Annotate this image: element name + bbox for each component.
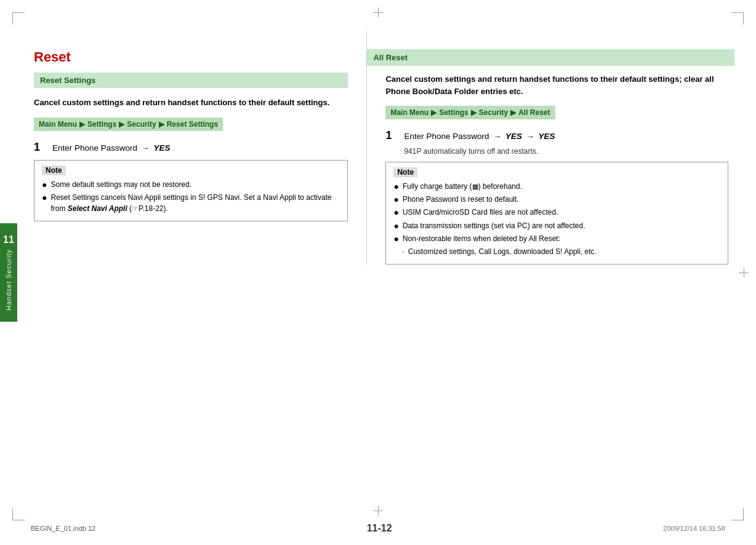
nav-reset-settings: Reset Settings [167,120,218,129]
all-reset-note-item-6: · Customized settings, Call Logs, downlo… [393,246,720,257]
note-item-1: ● Some default settings may not be resto… [42,179,340,190]
step-yes: YES [154,143,171,153]
chapter-label: Handset Security [5,249,12,311]
nav-r-arrow-3: ▶ [510,108,516,117]
left-column: Reset Reset Settings Cancel custom setti… [34,31,367,265]
r-bullet-2: ● [393,194,398,205]
r-sub-bullet: · [402,246,404,257]
page-footer: BEGIN_E_01.indb 12 11-12 2009/12/14 16:3… [0,523,756,534]
note-item-2-text: Reset Settings cancels Navi Appli settin… [50,192,340,214]
all-reset-nav: Main Menu ▶ Settings ▶ Security ▶ All Re… [385,106,555,119]
reset-step-1: 1 Enter Phone Password → YES [34,141,348,154]
chapter-number: 11 [3,234,14,245]
step-arrow: → [142,143,150,153]
battery-icon: ▦ [472,181,478,192]
nav-r-main-menu: Main Menu [390,108,428,117]
step-1-text: Enter Phone Password → YES [52,143,171,153]
r-bullet-5: ● [393,233,398,244]
r-bullet-1: ● [393,181,398,192]
nav-security: Security [127,120,156,129]
r-step-yes1: YES [505,132,522,141]
reset-settings-label: Reset Settings [40,76,95,85]
all-reset-note-item-2: ● Phone Password is reset to default. [393,194,720,205]
main-content: Reset Reset Settings Cancel custom setti… [0,0,756,301]
reset-settings-header: Reset Settings [34,73,348,88]
footer-date: 2009/12/14 16:31:58 [663,525,725,532]
r-note-text-2: Phone Password is reset to default. [403,194,519,205]
r-note-text-1: Fully charge battery (▦) beforehand. [403,181,522,192]
nav-settings: Settings [87,120,116,129]
corner-mark-tl [12,12,25,25]
r-bullet-4: ● [393,220,398,231]
nav-r-arrow-2: ▶ [471,108,477,117]
r-note-text-3: USIM Card/microSD Card files are not aff… [403,207,558,218]
all-reset-note-item-5: ● Non-restorable items when deleted by A… [393,233,720,244]
bullet-icon-2: ● [42,192,47,203]
r-bullet-3: ● [393,207,398,218]
all-reset-header: All Reset [367,49,734,66]
nav-r-settings: Settings [439,108,468,117]
corner-mark-br [731,508,744,520]
step-number-1: 1 [34,141,46,154]
all-reset-note-item-4: ● Data transmission settings (set via PC… [393,220,720,231]
nav-arrow-3: ▶ [159,120,164,129]
nav-r-security: Security [479,108,508,117]
crosshair-bottom [373,506,383,515]
note-item-2: ● Reset Settings cancels Navi Appli sett… [42,192,340,214]
corner-mark-tr [731,12,744,25]
nav-r-all-reset: All Reset [518,108,550,117]
r-note-text-4: Data transmission settings (set via PC) … [403,220,585,231]
r-step-arrow-2: → [526,132,534,141]
chapter-sidebar: 11 Handset Security [0,223,17,322]
all-reset-note-label: Note [393,167,417,177]
nav-main-menu: Main Menu [39,120,77,129]
corner-mark-bl [12,508,25,520]
nav-arrow-1: ▶ [79,120,85,129]
all-reset-body: Cancel custom settings and return handse… [385,73,728,97]
nav-arrow-2: ▶ [119,120,124,129]
all-reset-note-item-3: ● USIM Card/microSD Card files are not a… [393,207,720,218]
bullet-icon-1: ● [42,179,47,190]
r-step-arrow-1: → [493,132,501,141]
nav-r-arrow-1: ▶ [431,108,436,117]
reset-settings-nav: Main Menu ▶ Settings ▶ Security ▶ Reset … [34,117,223,131]
reset-title: Reset [34,49,348,65]
r-note-text-6: Customized settings, Call Logs, download… [408,246,597,257]
all-reset-step-text: Enter Phone Password → YES → YES [404,132,555,141]
all-reset-step-number: 1 [385,129,398,142]
page-number: 11-12 [367,523,392,534]
all-reset-step-1: 1 Enter Phone Password → YES → YES [385,129,728,142]
reset-note-box: Note ● Some default settings may not be … [34,160,348,221]
all-reset-step-subtext: 941P automatically turns off and restart… [404,147,728,156]
note-item-1-text: Some default settings may not be restore… [50,179,191,190]
all-reset-label: All Reset [373,53,408,62]
right-column: All Reset Cancel custom settings and ret… [367,31,728,265]
crosshair-top [373,7,383,17]
all-reset-note-item-1: ● Fully charge battery (▦) beforehand. [393,181,720,192]
r-step-yes2: YES [539,132,555,141]
r-note-text-5: Non-restorable items when deleted by All… [403,233,560,244]
reset-settings-body: Cancel custom settings and return handse… [34,97,348,109]
all-reset-note-box: Note ● Fully charge battery (▦) beforeha… [385,162,728,265]
crosshair-right [739,268,749,277]
reset-note-label: Note [42,165,66,175]
footer-file-info: BEGIN_E_01.indb 12 [31,525,95,532]
